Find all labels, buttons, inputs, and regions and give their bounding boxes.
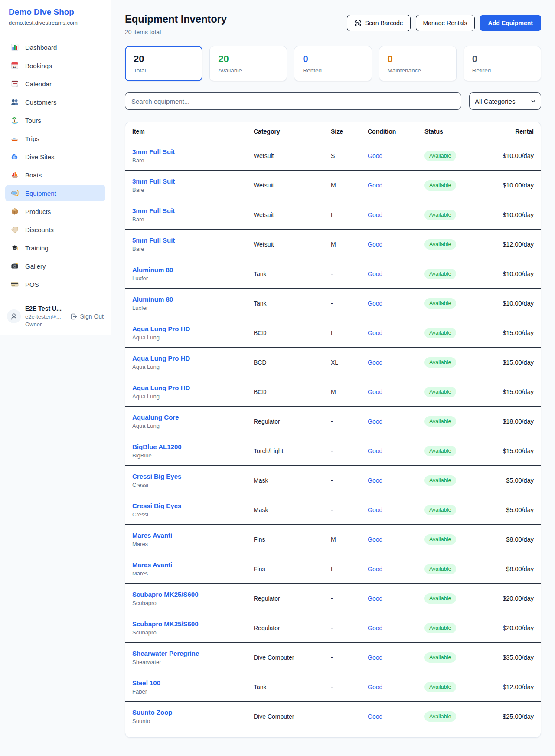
condition-link[interactable]: Good [368, 654, 424, 661]
sidebar-item-label: Products [25, 208, 51, 215]
sidebar-item-calendar[interactable]: Calendar [5, 76, 105, 92]
sign-out-button[interactable]: Sign Out [70, 313, 104, 320]
condition-link[interactable]: Good [368, 625, 424, 631]
condition-link[interactable]: Good [368, 506, 424, 513]
stat-card-rented[interactable]: 0 Rented [294, 46, 372, 81]
stat-card-retired[interactable]: 0 Retired [464, 46, 541, 81]
condition-link[interactable]: Good [368, 300, 424, 307]
condition-link[interactable]: Good [368, 565, 424, 572]
item-name-link[interactable]: Suunto Zoop [132, 709, 254, 716]
sidebar-item-trips[interactable]: Trips [5, 130, 105, 147]
item-brand: Shearwater [132, 659, 254, 665]
add-equipment-button[interactable]: Add Equipment [480, 15, 541, 31]
dive-mask-icon [10, 189, 19, 197]
table-row: Aqua Lung Pro HD Aqua Lung BCD XL Good A… [125, 348, 541, 377]
status-cell: Available [424, 652, 490, 663]
item-name-link[interactable]: 3mm Full Suit [132, 148, 254, 155]
item-name-link[interactable]: Steel 100 [132, 679, 254, 687]
condition-link[interactable]: Good [368, 241, 424, 248]
item-name-link[interactable]: 3mm Full Suit [132, 177, 254, 185]
sidebar-item-pos[interactable]: POS [5, 276, 105, 293]
sidebar-item-label: Discounts [25, 226, 54, 233]
item-name-link[interactable]: Aqua Lung Pro HD [132, 355, 254, 362]
table-header-row: Item Category Size Condition Status Rent… [125, 122, 541, 141]
stat-card-maintenance[interactable]: 0 Maintenance [379, 46, 457, 81]
category-select[interactable]: All Categories [469, 92, 541, 110]
stat-card-available[interactable]: 20 Available [209, 46, 287, 81]
category-cell: Mask [254, 477, 331, 484]
item-name-link[interactable]: Shearwater Peregrine [132, 650, 254, 657]
item-name-link[interactable]: BigBlue AL1200 [132, 443, 254, 450]
item-cell: Cressi Big Eyes Cressi [132, 473, 254, 488]
item-name-link[interactable]: 3mm Full Suit [132, 207, 254, 214]
condition-link[interactable]: Good [368, 329, 424, 336]
sidebar-item-training[interactable]: Training [5, 240, 105, 256]
size-cell: - [331, 418, 368, 425]
status-cell: Available [424, 180, 490, 191]
user-block: E2E Test U... e2e-tester@... Owner Sign … [0, 299, 111, 335]
condition-link[interactable]: Good [368, 359, 424, 366]
condition-link[interactable]: Good [368, 684, 424, 690]
calendar-date-icon: 17 [10, 61, 19, 70]
table-row: Aqualung Core Aqua Lung Regulator - Good… [125, 407, 541, 436]
sidebar-item-dive-sites[interactable]: Dive Sites [5, 148, 105, 165]
condition-link[interactable]: Good [368, 713, 424, 720]
size-cell: - [331, 300, 368, 307]
sidebar-item-dashboard[interactable]: Dashboard [5, 39, 105, 56]
condition-link[interactable]: Good [368, 182, 424, 189]
item-cell: Mares Avanti Mares [132, 561, 254, 577]
item-name-link[interactable]: Aluminum 80 [132, 266, 254, 273]
table-row: 3mm Full Suit Bare Wetsuit S Good Availa… [125, 141, 541, 171]
condition-link[interactable]: Good [368, 418, 424, 425]
sidebar-item-discounts[interactable]: Discounts [5, 221, 105, 238]
item-name-link[interactable]: Aqua Lung Pro HD [132, 384, 254, 391]
item-name-link[interactable]: Scubapro MK25/S600 [132, 620, 254, 628]
item-cell: 3mm Full Suit Bare [132, 177, 254, 193]
rental-price: $15.00/day [490, 359, 534, 366]
stat-card-total[interactable]: 20 Total [125, 46, 202, 81]
size-cell: L [331, 329, 368, 336]
condition-link[interactable]: Good [368, 152, 424, 159]
item-name-link[interactable]: Aqualung Core [132, 414, 254, 421]
item-name-link[interactable]: Aluminum 80 [132, 296, 254, 303]
status-badge: Available [424, 357, 456, 368]
item-name-link[interactable]: Mares Avanti [132, 561, 254, 569]
column-header-condition: Condition [368, 128, 424, 135]
item-name-link[interactable]: Scubapro MK25/S600 [132, 591, 254, 598]
scan-barcode-button[interactable]: Scan Barcode [347, 15, 411, 31]
item-cell: 5mm Full Suit Bare [132, 237, 254, 252]
item-name-link[interactable]: 5mm Full Suit [132, 237, 254, 244]
sidebar-item-gallery[interactable]: Gallery [5, 258, 105, 274]
item-cell: Aluminum 80 Luxfer [132, 266, 254, 282]
rental-price: $25.00/day [490, 713, 534, 720]
sidebar-item-products[interactable]: Products [5, 203, 105, 220]
sidebar-item-customers[interactable]: Customers [5, 94, 105, 110]
condition-link[interactable]: Good [368, 447, 424, 454]
status-cell: Available [424, 711, 490, 722]
status-cell: Available [424, 416, 490, 427]
sidebar-item-equipment[interactable]: Equipment [5, 185, 105, 201]
search-input[interactable] [125, 92, 461, 110]
column-header-size: Size [331, 128, 368, 135]
svg-text:17: 17 [13, 65, 16, 69]
condition-link[interactable]: Good [368, 477, 424, 484]
item-name-link[interactable]: Aqua Lung Pro HD [132, 325, 254, 332]
sidebar-item-bookings[interactable]: 17 Bookings [5, 57, 105, 74]
stat-value: 0 [303, 53, 363, 65]
manage-rentals-button[interactable]: Manage Rentals [416, 15, 475, 31]
condition-link[interactable]: Good [368, 595, 424, 602]
speedboat-icon [10, 134, 19, 143]
category-cell: BCD [254, 329, 331, 336]
sidebar-nav: Dashboard 17 Bookings Calendar Customers… [0, 33, 111, 299]
condition-link[interactable]: Good [368, 270, 424, 277]
sidebar-item-label: Dive Sites [25, 153, 55, 161]
item-name-link[interactable]: Cressi Big Eyes [132, 473, 254, 480]
condition-link[interactable]: Good [368, 388, 424, 395]
condition-link[interactable]: Good [368, 536, 424, 543]
sidebar-item-tours[interactable]: Tours [5, 112, 105, 128]
item-name-link[interactable]: Mares Avanti [132, 532, 254, 539]
item-name-link[interactable]: Cressi Big Eyes [132, 502, 254, 509]
sidebar-item-boats[interactable]: Boats [5, 167, 105, 183]
condition-link[interactable]: Good [368, 211, 424, 218]
rental-price: $8.00/day [490, 536, 534, 543]
